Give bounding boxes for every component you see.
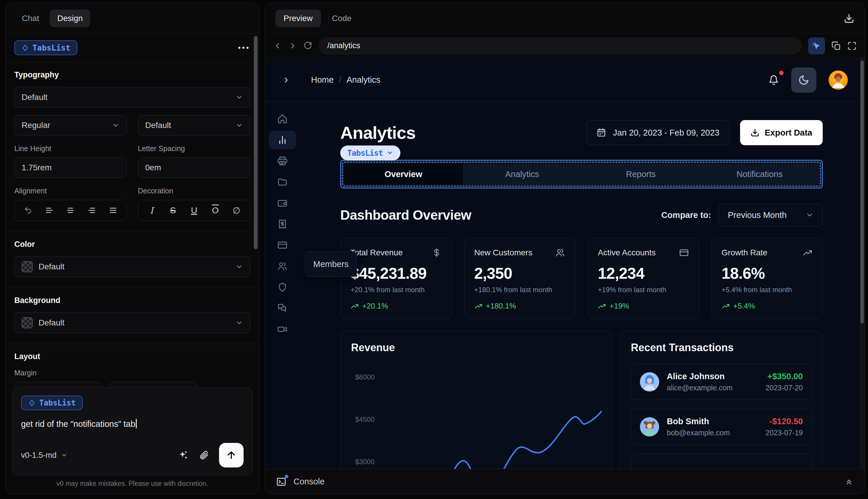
selected-element-label: TabsList [33, 43, 70, 52]
section-heading: Dashboard Overview [340, 207, 471, 223]
url-input[interactable]: /analytics [319, 37, 802, 54]
nav-reports[interactable] [269, 150, 296, 171]
bell-icon [768, 75, 779, 85]
tab-reports[interactable]: Reports [582, 163, 700, 185]
chevron-down-icon [235, 122, 243, 129]
tab-notifications[interactable]: Notifications [700, 163, 819, 185]
preview-nav-bar: /analytics [265, 34, 865, 58]
chevron-down-icon [806, 211, 814, 219]
stat-value: 12,234 [598, 264, 689, 282]
transaction-date: 2023-07-20 [766, 384, 803, 392]
tab-code[interactable]: Code [324, 10, 360, 27]
avatar [640, 372, 659, 391]
chevron-down-icon [235, 319, 243, 327]
preview-scrollbar[interactable] [859, 58, 865, 494]
italic-icon[interactable]: I [147, 205, 157, 216]
user-avatar[interactable] [829, 70, 848, 90]
tab-overview[interactable]: Overview [344, 163, 463, 185]
nav-video[interactable] [269, 319, 296, 340]
underline-icon[interactable]: U [189, 205, 199, 215]
nav-payments[interactable] [269, 235, 296, 256]
nav-files[interactable] [269, 171, 296, 193]
left-panel-scrollbar[interactable] [254, 36, 258, 249]
fullscreen-button[interactable] [847, 41, 857, 50]
inspector-element-chip[interactable]: TabsList [340, 146, 400, 160]
enhance-prompt-icon[interactable] [178, 450, 189, 460]
revenue-title: Revenue [351, 342, 601, 354]
transaction-row[interactable]: Alice Johnson alice@example.com +$350.00… [631, 364, 812, 400]
download-button[interactable] [844, 13, 854, 24]
font-select[interactable]: Default [14, 87, 250, 108]
theme-toggle[interactable] [791, 68, 816, 93]
align-right-icon[interactable] [87, 206, 96, 215]
transactions-list: Alice Johnson alice@example.com +$350.00… [631, 364, 812, 471]
align-left-icon[interactable] [45, 206, 54, 215]
prompt-input[interactable]: get rid of the "notifications" tab [21, 419, 244, 429]
design-panel: Chat Design TabsList Typography Default … [5, 3, 259, 494]
chevron-down-icon [386, 149, 393, 156]
font-size-select[interactable]: Default [138, 115, 250, 136]
selected-element-chip[interactable]: TabsList [14, 40, 77, 55]
tab-design[interactable]: Design [50, 10, 90, 27]
transaction-amount: -$120.50 [766, 417, 803, 426]
margin-label: Margin [14, 369, 250, 377]
nav-wallet[interactable] [269, 193, 296, 214]
download-icon [751, 128, 759, 137]
back-button[interactable] [273, 41, 282, 50]
trending-up-icon [474, 302, 483, 310]
color-select[interactable]: Default [14, 256, 250, 277]
prompt-composer[interactable]: TabsList get rid of the "notifications" … [12, 387, 253, 475]
export-data-button[interactable]: Export Data [740, 120, 823, 145]
reset-alignment-icon[interactable] [24, 206, 33, 215]
refresh-button[interactable] [303, 41, 312, 50]
background-select[interactable]: Default [14, 313, 250, 333]
tab-analytics[interactable]: Analytics [463, 163, 582, 185]
no-decoration-icon[interactable]: ∅ [232, 205, 241, 216]
nav-invoices[interactable] [269, 214, 296, 235]
tab-preview[interactable]: Preview [275, 10, 321, 27]
y-tick: $4500 [355, 415, 375, 424]
nav-home[interactable] [269, 108, 296, 130]
strikethrough-icon[interactable]: S [168, 205, 178, 215]
video-icon [277, 324, 288, 334]
nav-security[interactable] [269, 277, 296, 298]
compare-select[interactable]: Previous Month [719, 204, 823, 227]
console-bar[interactable]: Console [265, 469, 865, 494]
overline-icon[interactable]: O [210, 205, 220, 215]
more-options-button[interactable] [238, 47, 249, 49]
nav-members[interactable] [269, 256, 296, 277]
compare-label: Compare to: [661, 210, 711, 220]
transaction-amount: +$350.00 [766, 372, 803, 381]
credit-card-icon [679, 248, 689, 258]
notifications-button[interactable] [768, 75, 779, 85]
send-button[interactable] [219, 443, 244, 467]
stat-value: 2,350 [474, 264, 566, 282]
attachment-icon[interactable] [199, 450, 209, 460]
nav-analytics[interactable] [269, 131, 296, 149]
date-range-picker[interactable]: Jan 20, 2023 - Feb 09, 2023 [586, 120, 730, 145]
align-justify-icon[interactable] [109, 206, 117, 215]
align-center-icon[interactable] [66, 206, 75, 215]
color-section: Color Default [5, 232, 259, 288]
inspect-mode-button[interactable] [808, 37, 825, 54]
transaction-row[interactable]: Bob Smith bob@example.com -$120.50 2023-… [631, 409, 812, 445]
background-section: Background Default [5, 288, 259, 344]
breadcrumb-home[interactable]: Home [311, 75, 334, 85]
copy-icon [831, 41, 841, 50]
console-expand-button[interactable] [844, 477, 854, 486]
tab-chat[interactable]: Chat [14, 10, 47, 27]
sidebar-toggle[interactable] [282, 76, 290, 84]
stat-subtext: +19% from last month [598, 286, 689, 294]
avatar [640, 417, 659, 437]
nav-messages[interactable] [269, 298, 296, 319]
letter-spacing-input[interactable]: 0em [138, 157, 250, 178]
duplicate-button[interactable] [831, 41, 841, 50]
line-height-input[interactable]: 1.75rem [14, 157, 127, 178]
font-weight-select[interactable]: Regular [14, 115, 127, 136]
model-select[interactable]: v0-1.5-md [21, 451, 68, 460]
scrollbar-thumb[interactable] [860, 60, 864, 324]
forward-button[interactable] [288, 41, 297, 50]
composer-context-chip[interactable]: TabsList [21, 395, 83, 410]
decoration-group: I S U O ∅ [138, 200, 250, 221]
app-sidebar-rail [265, 102, 300, 494]
